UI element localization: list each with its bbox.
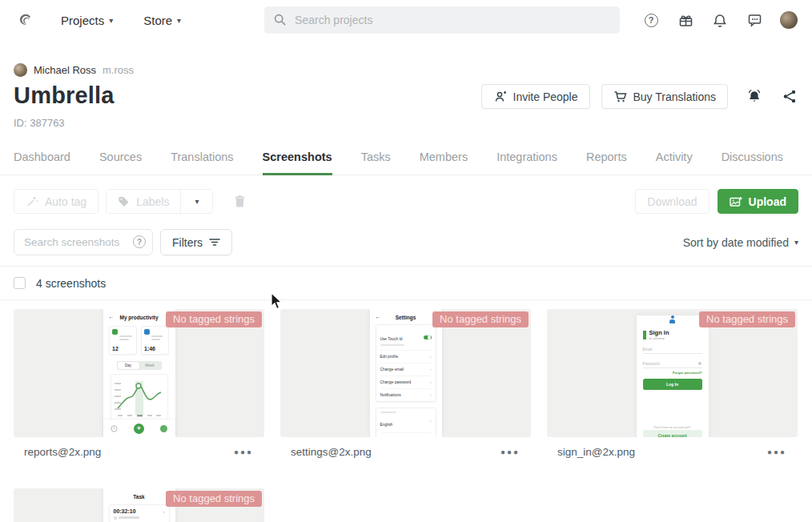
search-projects-input[interactable] bbox=[264, 6, 620, 34]
auto-tag-label: Auto tag bbox=[45, 195, 86, 208]
thumb-title: Settings bbox=[396, 315, 416, 320]
user-avatar[interactable] bbox=[780, 11, 798, 29]
screenshot-card-settings: ← Settings Use Touch Id Edit profile› Ch… bbox=[280, 309, 531, 468]
chevron-down-icon: ▾ bbox=[195, 197, 199, 206]
screenshot-thumbnail[interactable]: ← My productivity 12 1:46 Day Week bbox=[14, 309, 264, 437]
screenshot-filename: sign_in@2x.png bbox=[557, 446, 635, 458]
search-screenshots-input[interactable] bbox=[14, 229, 153, 255]
thumb-item: Change password bbox=[380, 380, 412, 384]
thumb-forgot-link: Forgot password? bbox=[643, 371, 702, 375]
thumb-subtitle: to continue bbox=[649, 336, 669, 340]
labels-button[interactable]: Labels bbox=[107, 190, 180, 213]
card-menu-button[interactable]: ●●● bbox=[234, 448, 253, 456]
screenshot-card-reports: ← My productivity 12 1:46 Day Week bbox=[14, 309, 264, 468]
person-add-icon bbox=[493, 90, 507, 102]
store-menu-label: Store bbox=[143, 14, 172, 27]
screenshot-card-sign-in: Sign In to continue Email Password 👁 For… bbox=[547, 309, 798, 468]
labels-dropdown-caret[interactable]: ▾ bbox=[180, 190, 212, 213]
buy-translations-label: Buy Translations bbox=[633, 90, 717, 103]
thumbnail-image: Task ⌄ 00:32:10 › bbox=[103, 488, 175, 522]
filters-button[interactable]: Filters bbox=[160, 229, 232, 255]
screenshot-thumbnail[interactable]: Task ⌄ 00:32:10 › No tagged strings bbox=[14, 488, 264, 522]
project-actions: Invite People Buy Translations bbox=[481, 84, 798, 109]
sort-label: Sort by date modified bbox=[683, 236, 789, 249]
project-id: ID: 387763 bbox=[14, 117, 115, 129]
thumb-item: Notifications bbox=[380, 393, 401, 397]
magic-wand-icon bbox=[26, 195, 38, 208]
stat-value: 12 bbox=[112, 346, 134, 351]
page: Projects ▾ Store ▾ ? bbox=[0, 0, 812, 522]
thumb-email-field: Email bbox=[643, 347, 653, 351]
thumb-password-field: Password bbox=[643, 362, 660, 366]
help-icon[interactable]: ? bbox=[642, 11, 660, 29]
tab-screenshots[interactable]: Screenshots bbox=[263, 151, 332, 175]
share-icon[interactable] bbox=[781, 88, 798, 106]
tab-discussions[interactable]: Discussions bbox=[722, 151, 783, 175]
sort-dropdown[interactable]: Sort by date modified ▾ bbox=[683, 236, 798, 249]
labels-label: Labels bbox=[136, 195, 169, 208]
tab-activity[interactable]: Activity bbox=[656, 151, 693, 175]
stat-value: 1:46 bbox=[144, 346, 166, 351]
notifications-bell-icon[interactable] bbox=[711, 11, 729, 29]
thumb-chart bbox=[111, 374, 168, 420]
cart-icon bbox=[613, 90, 627, 103]
screenshot-card-task: Task ⌄ 00:32:10 › No tagged strings bbox=[14, 488, 264, 522]
thumb-title: My productivity bbox=[119, 315, 158, 320]
store-menu[interactable]: Store ▾ bbox=[143, 14, 181, 27]
crowdin-logo-icon[interactable] bbox=[14, 10, 35, 30]
tab-reports[interactable]: Reports bbox=[586, 151, 627, 175]
delete-trash-icon[interactable] bbox=[234, 195, 246, 208]
owner-username: m.ross bbox=[103, 64, 134, 76]
thumb-tab-week: Week bbox=[139, 362, 161, 369]
app-logo-icon bbox=[669, 315, 677, 323]
thumb-title: Task bbox=[133, 494, 144, 500]
thumb-no-account-text: Don't have an account yet? bbox=[637, 426, 709, 429]
tab-dashboard[interactable]: Dashboard bbox=[14, 151, 70, 175]
thumb-timer: 00:32:10 bbox=[114, 508, 136, 514]
project-owner[interactable]: Michael Ross m.ross bbox=[14, 63, 798, 77]
select-all-checkbox[interactable] bbox=[14, 277, 26, 289]
projects-menu[interactable]: Projects ▾ bbox=[61, 14, 113, 27]
thumbnail-image: Sign In to continue Email Password 👁 For… bbox=[637, 315, 709, 437]
eye-icon: 👁 bbox=[698, 361, 702, 366]
thumb-item: Change email bbox=[380, 367, 404, 371]
card-menu-button[interactable]: ●●● bbox=[500, 448, 520, 456]
thumb-tab-day: Day bbox=[118, 362, 139, 369]
screenshots-toolbar: Auto tag Labels ▾ Download bbox=[0, 189, 812, 214]
projects-menu-label: Projects bbox=[61, 14, 104, 27]
auto-tag-button[interactable]: Auto tag bbox=[14, 189, 98, 214]
selection-row: 4 screenshots bbox=[0, 266, 812, 300]
upload-button[interactable]: Upload bbox=[718, 189, 798, 214]
filter-row: ? Filters Sort by date modified ▾ bbox=[0, 229, 812, 255]
project-title: Umbrella bbox=[14, 82, 115, 109]
tab-sources[interactable]: Sources bbox=[99, 151, 142, 175]
tab-integrations[interactable]: Integrations bbox=[496, 151, 557, 175]
screenshot-thumbnail[interactable]: Sign In to continue Email Password 👁 For… bbox=[547, 309, 798, 437]
gift-icon[interactable] bbox=[677, 11, 694, 29]
follow-bell-icon[interactable] bbox=[746, 88, 763, 106]
help-circle-icon[interactable]: ? bbox=[133, 235, 146, 248]
filter-icon bbox=[209, 238, 220, 247]
toggle-on-icon bbox=[424, 335, 432, 340]
messages-icon[interactable] bbox=[746, 11, 763, 29]
screenshot-thumbnail[interactable]: ← Settings Use Touch Id Edit profile› Ch… bbox=[280, 309, 531, 437]
no-tagged-strings-badge: No tagged strings bbox=[699, 311, 795, 327]
invite-people-button[interactable]: Invite People bbox=[481, 84, 590, 109]
tab-tasks[interactable]: Tasks bbox=[361, 151, 391, 175]
buy-translations-button[interactable]: Buy Translations bbox=[601, 84, 729, 109]
download-button[interactable]: Download bbox=[635, 189, 709, 214]
no-tagged-strings-badge: No tagged strings bbox=[166, 491, 262, 507]
download-label: Download bbox=[647, 195, 697, 208]
upload-label: Upload bbox=[749, 195, 786, 208]
thumb-login-button: Log In bbox=[643, 379, 702, 390]
tab-members[interactable]: Members bbox=[420, 151, 468, 175]
screenshots-count: 4 screenshots bbox=[36, 277, 106, 290]
tab-translations[interactable]: Translations bbox=[171, 151, 233, 175]
chevron-down-icon: ▾ bbox=[794, 238, 798, 247]
top-navigation: Projects ▾ Store ▾ ? bbox=[0, 0, 812, 40]
card-menu-button[interactable]: ●●● bbox=[767, 448, 786, 456]
invite-people-label: Invite People bbox=[513, 90, 578, 103]
filters-label: Filters bbox=[172, 236, 203, 249]
search-icon bbox=[274, 14, 286, 26]
thumb-title: Sign In bbox=[649, 329, 669, 336]
